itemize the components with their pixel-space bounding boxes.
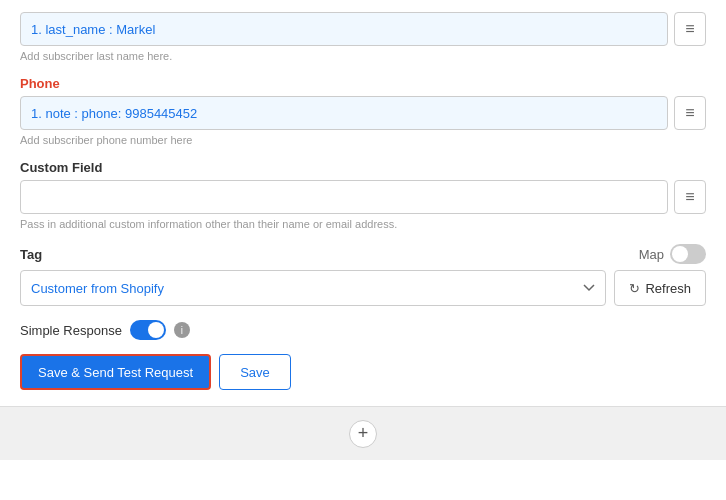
refresh-icon: ↻ xyxy=(629,281,640,296)
tag-header-row: Tag Map xyxy=(20,244,706,264)
custom-field-input[interactable] xyxy=(20,180,668,214)
menu-icon: ≡ xyxy=(685,188,694,206)
tag-select-refresh-row: Customer from Shopify New Customer VIP ↻… xyxy=(20,270,706,306)
tag-label-group: Tag xyxy=(20,247,42,262)
bottom-bar: + xyxy=(0,406,726,460)
custom-field-label: Custom Field xyxy=(20,160,706,175)
phone-input-row: ≡ xyxy=(20,96,706,130)
info-icon[interactable]: i xyxy=(174,322,190,338)
custom-field-section: Custom Field ≡ Pass in additional custom… xyxy=(20,160,706,230)
last-name-hint: Add subscriber last name here. xyxy=(20,50,706,62)
map-label: Map xyxy=(639,247,664,262)
tag-label: Tag xyxy=(20,247,42,262)
last-name-menu-button[interactable]: ≡ xyxy=(674,12,706,46)
simple-response-row: Simple Response i xyxy=(20,320,706,340)
menu-icon: ≡ xyxy=(685,20,694,38)
add-button[interactable]: + xyxy=(349,420,377,448)
tag-dropdown[interactable]: Customer from Shopify New Customer VIP xyxy=(20,270,606,306)
map-toggle-group: Map xyxy=(639,244,706,264)
last-name-section: ≡ Add subscriber last name here. xyxy=(20,12,706,62)
custom-field-input-row: ≡ xyxy=(20,180,706,214)
tag-section: Tag Map Customer from Shopify New Custom… xyxy=(20,244,706,306)
refresh-button[interactable]: ↻ Refresh xyxy=(614,270,706,306)
phone-hint: Add subscriber phone number here xyxy=(20,134,706,146)
refresh-label: Refresh xyxy=(645,281,691,296)
menu-icon: ≡ xyxy=(685,104,694,122)
action-row: Save & Send Test Request Save xyxy=(20,354,706,390)
phone-label: Phone xyxy=(20,76,706,91)
simple-response-label: Simple Response xyxy=(20,323,122,338)
last-name-input[interactable] xyxy=(20,12,668,46)
phone-menu-button[interactable]: ≡ xyxy=(674,96,706,130)
custom-field-hint: Pass in additional custom information ot… xyxy=(20,218,706,230)
map-toggle[interactable] xyxy=(670,244,706,264)
map-toggle-knob xyxy=(672,246,688,262)
phone-section: Phone ≡ Add subscriber phone number here xyxy=(20,76,706,146)
save-send-button[interactable]: Save & Send Test Request xyxy=(20,354,211,390)
simple-response-toggle[interactable] xyxy=(130,320,166,340)
simple-response-toggle-knob xyxy=(148,322,164,338)
phone-input[interactable] xyxy=(20,96,668,130)
save-button[interactable]: Save xyxy=(219,354,291,390)
custom-field-menu-button[interactable]: ≡ xyxy=(674,180,706,214)
add-icon: + xyxy=(358,423,369,444)
last-name-input-row: ≡ xyxy=(20,12,706,46)
